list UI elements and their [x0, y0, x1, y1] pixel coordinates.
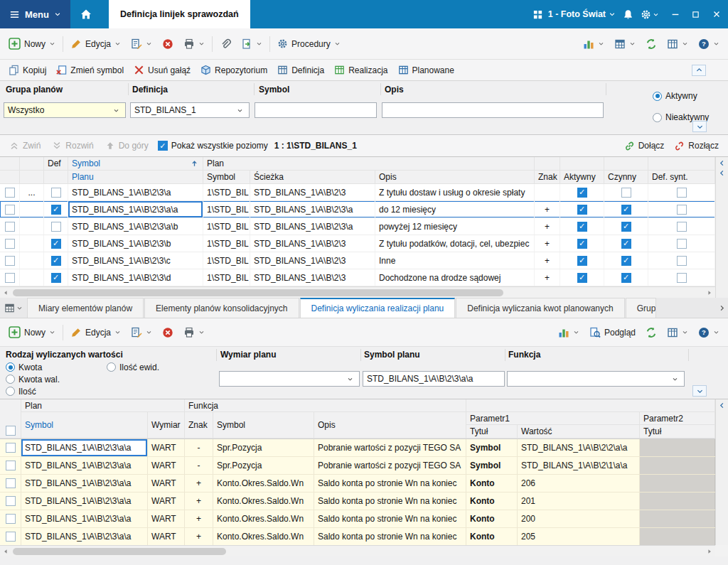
view-menu-button[interactable] [0, 298, 27, 318]
def-synt-cell[interactable] [648, 184, 715, 200]
copy-button[interactable]: Kopiuj [4, 60, 51, 80]
table-row[interactable]: STD_BILANS_1\A\B\2\3\b1\STD_BILSTD_BILAN… [0, 235, 715, 252]
plan-symbol-cell[interactable]: 1\STD_BIL [203, 184, 250, 200]
radio-ilo[interactable]: Ilość [6, 387, 107, 397]
table-row[interactable]: STD_BILANS_1\A\B\2\3\a\aWART-Spr.Pozycja… [0, 439, 715, 457]
row-select-cell[interactable] [0, 457, 21, 474]
opis-cell[interactable]: Z tytułu podatków, dotacji, cel, ubezpie… [375, 235, 535, 252]
czynny-checkbox[interactable] [621, 205, 631, 215]
sciezka-cell[interactable]: STD_BILANS_1\A\B\2\3 [250, 269, 375, 286]
plan-symbol-cell[interactable]: STD_BILANS_1\A\B\2\3\a\a [21, 528, 148, 545]
def-checkbox[interactable] [51, 222, 61, 232]
preview-button[interactable]: Podgląd [584, 323, 641, 343]
chevron-down-icon[interactable] [609, 11, 616, 18]
znak-cell[interactable]: + [535, 252, 560, 269]
plan-symbol-cell[interactable]: STD_BILANS_1\A\B\2\3\a\a [21, 457, 148, 474]
collapse-panel-up-button[interactable] [692, 65, 706, 76]
plan-symbol-cell[interactable]: STD_BILANS_1\A\B\2\3\a\a [21, 510, 148, 527]
funkcja-cell[interactable]: Konto.Okres.Saldo.Wn [213, 475, 314, 492]
param1-wartosc-cell[interactable]: 200 [518, 510, 640, 527]
aktywny-cell[interactable] [560, 235, 604, 252]
funkcja-cell[interactable]: Spr.Pozycja [213, 439, 314, 456]
param1-tytul-cell[interactable]: Symbol [466, 457, 518, 474]
apps-grid-icon[interactable] [532, 9, 543, 20]
def-cell[interactable] [44, 201, 68, 217]
close-button[interactable] [706, 0, 727, 28]
def-synt-checkbox[interactable] [677, 205, 687, 215]
radio-kwota[interactable]: Kwota [6, 362, 107, 372]
table-row[interactable]: STD_BILANS_1\A\B\2\3\a\aWART+Konto.Okres… [0, 493, 715, 510]
menu-button[interactable]: Menu [0, 0, 70, 28]
planned-button[interactable]: Planowane [393, 60, 459, 80]
aktywny-checkbox[interactable] [577, 273, 587, 283]
czynny-cell[interactable] [604, 184, 648, 200]
plan-symbol-cell[interactable]: 1\STD_BIL [203, 235, 250, 252]
def-cell[interactable] [44, 235, 68, 252]
row-select-checkbox[interactable] [6, 461, 16, 470]
col-def[interactable]: Def [44, 157, 68, 171]
funkcja-cell[interactable]: Konto.Okres.Saldo.Wn [213, 528, 314, 545]
chevron-left-icon[interactable] [718, 159, 726, 167]
def-synt-cell[interactable] [648, 252, 715, 269]
aktywny-checkbox[interactable] [577, 205, 587, 215]
detach-button[interactable]: Rozłącz [669, 136, 724, 156]
opis-cell[interactable]: powyżej 12 miesięcy [375, 218, 535, 235]
aktywny-cell[interactable] [560, 269, 604, 286]
select-all-checkbox[interactable] [6, 426, 16, 436]
wymiar-cell[interactable]: WART [148, 493, 185, 510]
czynny-checkbox[interactable] [621, 222, 631, 232]
new-button[interactable]: Nowy [4, 34, 60, 54]
row-select-cell[interactable] [0, 269, 20, 286]
table-row[interactable]: STD_BILANS_1\A\B\2\3\c1\STD_BILSTD_BILAN… [0, 252, 715, 269]
param2-tytul-cell[interactable] [640, 439, 715, 456]
col-opis[interactable]: Opis [375, 171, 535, 184]
col-symbol[interactable]: Symbol [21, 412, 148, 438]
col-wymiar[interactable]: Wymiar [148, 412, 185, 438]
def-synt-cell[interactable] [648, 235, 715, 252]
czynny-checkbox[interactable] [621, 188, 631, 198]
col-planu[interactable]: Planu [68, 171, 203, 184]
param1-tytul-cell[interactable]: Symbol [466, 439, 518, 456]
table-row[interactable]: STD_BILANS_1\A\B\2\3\a\aWART+Konto.Okres… [0, 510, 715, 528]
scroll-right-button[interactable] [704, 546, 715, 557]
attachments-button[interactable] [215, 34, 236, 54]
sciezka-cell[interactable]: STD_BILANS_1\A\B\2\3 [250, 252, 375, 269]
param1-wartosc-cell[interactable]: 201 [518, 493, 640, 510]
param2-tytul-cell[interactable] [640, 475, 715, 492]
wymiar-cell[interactable]: WART [148, 439, 185, 456]
row-select-cell[interactable] [0, 493, 21, 510]
row-select-cell[interactable] [0, 201, 20, 217]
plan-symbol-cell[interactable]: STD_BILANS_1\A\B\2\3\a\a [21, 493, 148, 510]
def-cell[interactable] [44, 218, 68, 235]
param1-tytul-cell[interactable]: Konto [466, 510, 518, 527]
col-plan-symbol[interactable]: Symbol [203, 171, 250, 184]
param2-tytul-cell[interactable] [640, 510, 715, 527]
plan-symbol-cell[interactable]: 1\STD_BIL [203, 201, 250, 217]
funkcja-cell[interactable]: Spr.Pozycja [213, 457, 314, 474]
analysis-button[interactable] [578, 34, 609, 54]
scroll-right-button[interactable] [704, 287, 715, 298]
wymiar-cell[interactable]: WART [148, 457, 185, 474]
funkcja-cell[interactable]: Konto.Okres.Saldo.Wn [213, 510, 314, 527]
row-select-checkbox[interactable] [5, 239, 15, 249]
wymiar-cell[interactable]: WART [148, 528, 185, 545]
grupa-planow-combo[interactable]: Wszystko [4, 102, 126, 118]
edit-button[interactable]: Edycja [65, 34, 126, 54]
symbol-planu-cell[interactable]: STD_BILANS_1\A\B\2\3\d [68, 269, 203, 286]
row-select-cell[interactable] [0, 439, 21, 456]
opis-cell[interactable]: Pobranie wartości z pozycji TEGO SA [314, 439, 466, 456]
radio-ilo-ewid[interactable]: Ilość ewid. [107, 362, 159, 372]
def-synt-cell[interactable] [648, 269, 715, 286]
edit-button[interactable]: Edycja [65, 323, 126, 343]
znak-cell[interactable]: + [535, 235, 560, 252]
change-symbol-button[interactable]: Zmień symbol [51, 60, 129, 80]
aktywny-checkbox[interactable] [577, 188, 587, 198]
expand-all-button[interactable]: Rozwiń [47, 136, 98, 156]
aktywny-checkbox[interactable] [577, 222, 587, 232]
tab-elementy-plan-w-konsolidacyjnych[interactable]: Elementy planów konsolidacyjnych [144, 298, 299, 318]
param1-wartosc-cell[interactable]: STD_BILANS_1\A\B\2\1\a\a [518, 457, 640, 474]
aktywny-cell[interactable] [560, 252, 604, 269]
symbol-planu-cell[interactable]: STD_BILANS_1\A\B\2\3\a [68, 184, 203, 200]
layout-button[interactable] [609, 34, 641, 54]
plan-symbol-cell[interactable]: STD_BILANS_1\A\B\2\3\a\a [21, 439, 148, 456]
